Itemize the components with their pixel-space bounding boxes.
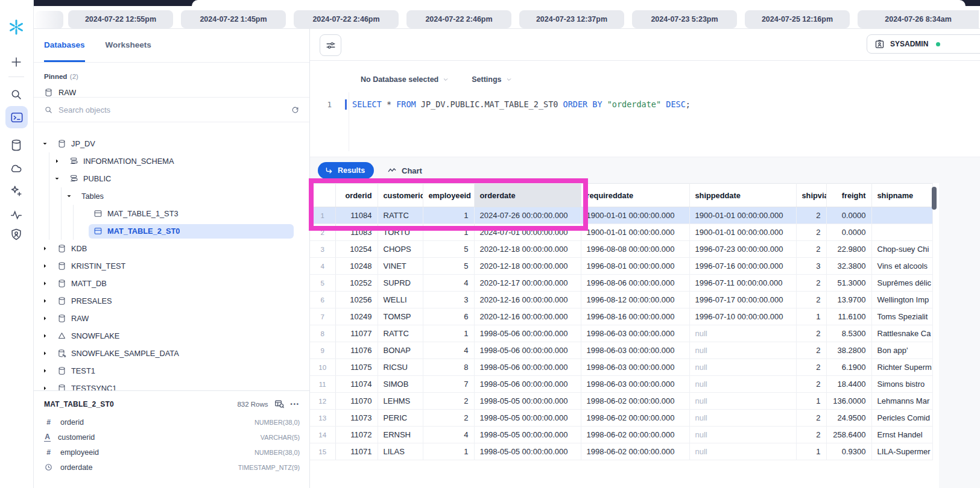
- table-row[interactable]: 610256WELLI32020-12-16 00:00:00.0001996-…: [310, 292, 932, 308]
- table-row[interactable]: 710249TOMSP62020-12-16 00:00:00.0001996-…: [310, 308, 932, 325]
- nav-projects-active[interactable]: [5, 106, 28, 128]
- admin-shield-icon[interactable]: [10, 228, 23, 241]
- tree-item-public[interactable]: PUBLIC: [33, 170, 309, 187]
- chevron-slot: [78, 210, 89, 218]
- sql-statement[interactable]: SELECT * FROM JP_DV.PUBLIC.MAT_TABLE_2_S…: [352, 99, 691, 109]
- chevron-down-icon[interactable]: [54, 175, 65, 183]
- vertical-scrollbar[interactable]: [932, 187, 937, 210]
- worksheet-tab[interactable]: 2024-07-25 12:16pm: [745, 10, 850, 28]
- chevron-right-icon[interactable]: [42, 349, 52, 358]
- activity-pulse-icon[interactable]: [10, 208, 23, 222]
- chevron-right-icon[interactable]: [42, 280, 52, 288]
- table-row[interactable]: 310254CHOPS52020-12-18 00:00:00.0001996-…: [310, 241, 932, 258]
- panel-tab-worksheets[interactable]: Worksheets: [106, 29, 151, 62]
- cell-shipname: [871, 224, 932, 241]
- table-row[interactable]: 1111074SIMOB71998-05-06 00:00:00.0001998…: [310, 376, 932, 393]
- worksheet-options-button[interactable]: [320, 34, 341, 56]
- panel-tab-databases[interactable]: Databases: [44, 29, 85, 62]
- chevron-down-icon[interactable]: [66, 192, 77, 201]
- tree-item-mat_table_2_st0[interactable]: MAT_TABLE_2_ST0: [33, 222, 309, 240]
- worksheet-tab[interactable]: 2024-07-22 2:46pm: [294, 10, 399, 28]
- new-worksheet-plus-icon[interactable]: [10, 55, 23, 69]
- cell-shippeddate: null: [689, 393, 796, 410]
- results-tab-button[interactable]: Results: [318, 162, 374, 179]
- column-header-shipname[interactable]: shipname: [871, 184, 932, 207]
- table-row[interactable]: 1411072ERNSH41998-05-05 00:00:00.0001998…: [310, 427, 932, 443]
- cell-requireddate: 1998-06-03 00:00:00.000: [581, 359, 689, 376]
- search-objects-input[interactable]: Search objects: [33, 98, 309, 122]
- chevron-right-icon[interactable]: [54, 157, 65, 166]
- worksheet-tab[interactable]: 2024-07-23 12:37pm: [519, 10, 624, 28]
- column-header-employeeid[interactable]: employeeid: [423, 184, 474, 207]
- data-database-icon[interactable]: [10, 139, 23, 152]
- worksheet-tab[interactable]: 2024-07-22 1:45pm: [181, 10, 286, 28]
- table-row[interactable]: 1011075RICSU81998-05-06 00:00:00.0001998…: [310, 359, 932, 376]
- tree-item-testsync1[interactable]: TESTSYNC1: [33, 380, 309, 390]
- tree-item-information_schema[interactable]: INFORMATION_SCHEMA: [33, 152, 309, 170]
- table-row[interactable]: 211083TORTU12024-07-01 00:00:00.0001900-…: [310, 224, 932, 241]
- worksheet-tab[interactable]: 2024-07-22 2:46pm: [406, 10, 511, 28]
- column-header-requireddate[interactable]: requireddate: [581, 184, 689, 207]
- sql-editor[interactable]: No Database selected Settings 1 SELECT *…: [310, 61, 980, 157]
- chevron-right-icon[interactable]: [42, 367, 52, 375]
- settings-dropdown[interactable]: Settings: [472, 75, 511, 84]
- cloud-icon[interactable]: [10, 161, 23, 175]
- tree-item-snowflake_sample_data[interactable]: SNOWFLAKE_SAMPLE_DATA: [33, 345, 309, 362]
- cell-freight: 32.3800: [826, 258, 871, 275]
- cell-requireddate: 1996-08-06 00:00:00.000: [581, 275, 689, 292]
- column-header-customerid[interactable]: customerid: [378, 184, 423, 207]
- chevron-right-icon[interactable]: [42, 384, 52, 391]
- tree-item-label: RAW: [71, 314, 89, 323]
- ai-sparkles-icon[interactable]: [10, 184, 23, 198]
- tree-item-matt_db[interactable]: MATT_DB: [33, 275, 309, 292]
- chart-tab-button[interactable]: Chart: [387, 162, 422, 179]
- worksheet-tab[interactable]: 2024-07-23 5:23pm: [632, 10, 737, 28]
- chevron-right-icon[interactable]: [42, 297, 52, 305]
- column-header-shipvia[interactable]: shipvia: [796, 184, 826, 207]
- search-icon[interactable]: [10, 88, 23, 101]
- worksheet-tab[interactable]: 2024-07-26 8:34am: [858, 10, 979, 28]
- chevron-right-icon[interactable]: [42, 245, 52, 253]
- table-row[interactable]: 410248VINET52020-12-18 00:00:00.0001996-…: [310, 258, 932, 275]
- role-warehouse-button[interactable]: SYSADMIN: [867, 34, 980, 54]
- table-row[interactable]: 510252SUPRD42020-12-17 00:00:00.0001996-…: [310, 275, 932, 292]
- tree-item-tables[interactable]: Tables: [33, 187, 309, 205]
- worksheet-tab-partial[interactable]: [35, 11, 63, 29]
- table-row[interactable]: 1511071LILAS11998-05-05 00:00:00.0001998…: [310, 443, 932, 460]
- tree-item-kristin_test[interactable]: KRISTIN_TEST: [33, 257, 309, 275]
- cell-shippeddate: 1996-07-10 00:00:00.000: [689, 308, 796, 325]
- snowflake-logo-icon[interactable]: [7, 18, 25, 36]
- pinned-label: Pinned: [44, 73, 67, 80]
- worksheet-tab[interactable]: 2024-07-22 12:55pm: [68, 10, 173, 28]
- tree-item-presales[interactable]: PRESALES: [33, 292, 309, 310]
- more-options-icon[interactable]: •••: [291, 401, 300, 407]
- tree-item-test1[interactable]: TEST1: [33, 362, 309, 380]
- table-row[interactable]: 811077RATTC11998-05-06 00:00:00.0001998-…: [310, 325, 932, 342]
- refresh-icon[interactable]: [291, 105, 300, 114]
- pinned-item[interactable]: RAW: [44, 88, 299, 97]
- column-header-orderdate[interactable]: orderdate: [474, 184, 581, 207]
- cell-freight: 6.1900: [826, 359, 871, 376]
- table-row[interactable]: 1211070LEHMS21998-05-05 00:00:00.0001998…: [310, 393, 932, 410]
- chevron-down-icon[interactable]: [42, 140, 52, 148]
- cell-shippeddate: null: [689, 427, 796, 443]
- table-row[interactable]: 911076BONAP41998-05-06 00:00:00.0001998-…: [310, 342, 932, 359]
- chevron-right-icon[interactable]: [42, 262, 52, 271]
- table-row[interactable]: 1311073PERIC21998-05-05 00:00:00.0001998…: [310, 410, 932, 427]
- cell-freight: 136.0000: [826, 393, 871, 410]
- chevron-right-icon[interactable]: [42, 332, 52, 340]
- column-header-freight[interactable]: freight: [826, 184, 871, 207]
- preview-data-icon[interactable]: [274, 399, 285, 409]
- tree-item-mat_table_1_st3[interactable]: MAT_TABLE_1_ST3: [33, 205, 309, 222]
- tree-item-kdb[interactable]: KDB: [33, 240, 309, 257]
- column-header-shippeddate[interactable]: shippeddate: [689, 184, 796, 207]
- tree-item-jp_dv[interactable]: JP_DV: [33, 135, 309, 152]
- tree-item-snowflake[interactable]: SNOWFLAKE: [33, 327, 309, 345]
- database-context-dropdown[interactable]: No Database selected: [361, 75, 449, 84]
- table-row[interactable]: 111084RATTC12024-07-26 00:00:00.0001900-…: [310, 207, 932, 224]
- column-header-orderid[interactable]: orderid: [335, 184, 378, 207]
- chart-tab-label: Chart: [402, 166, 422, 175]
- chevron-right-icon[interactable]: [42, 314, 52, 323]
- cell-shipvia: 2: [796, 376, 826, 393]
- tree-item-raw[interactable]: RAW: [33, 310, 309, 327]
